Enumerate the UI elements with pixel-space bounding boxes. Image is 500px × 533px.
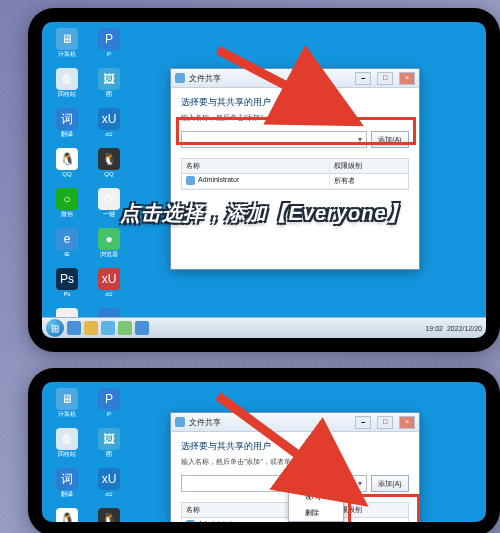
desktop-icon[interactable]: 🗑回收站 [48, 428, 86, 466]
taskbar-icon[interactable] [84, 321, 98, 335]
add-button[interactable]: 添加(A) [371, 475, 409, 492]
dialog-heading: 选择要与其共享的用户 [181, 96, 409, 109]
desktop-icon[interactable]: 🐧QQ [48, 508, 86, 522]
list-row[interactable]: Administrator 所有者 [182, 174, 408, 189]
desktop-icon[interactable]: PP [90, 28, 128, 66]
dialog-heading: 选择要与其共享的用户 [181, 440, 409, 453]
desktop-icon[interactable]: xUxU [90, 108, 128, 146]
user-list: 名称 权限级别 Administrator 所有者 [181, 158, 409, 190]
desktop-icons-2: 🖥计算机PP🗑回收站🖼图词翻译xUxU🐧QQ🐧QQ [48, 388, 134, 522]
dialog-title-text: 文件共享 [189, 417, 221, 428]
minimize-button[interactable]: ‒ [355, 416, 371, 429]
desktop-icon[interactable]: 🗑回收站 [48, 68, 86, 106]
desktop-screen: 🖥计算机PP🗑回收站🖼图词翻译xUxU🐧QQ🐧QQ○微信⟳一键eIE●浏览器Ps… [42, 22, 486, 338]
add-button[interactable]: 添加(A) [371, 131, 409, 148]
tablet-frame-bottom: 🖥计算机PP🗑回收站🖼图词翻译xUxU🐧QQ🐧QQ 文件共享 ‒ □ × 选择要… [28, 368, 500, 533]
chevron-down-icon: ▾ [358, 135, 362, 144]
chevron-down-icon: ▾ [358, 479, 362, 488]
start-button[interactable]: ⊞ [46, 319, 64, 337]
dialog-title-text: 文件共享 [189, 73, 221, 84]
desktop-icon[interactable]: 🐧QQ [90, 148, 128, 186]
desktop-icon[interactable]: ○微信 [48, 188, 86, 226]
taskbar-icon[interactable] [118, 321, 132, 335]
desktop-icon[interactable]: 🐧QQ [48, 148, 86, 186]
user-icon [186, 176, 195, 185]
taskbar-icon[interactable] [135, 321, 149, 335]
taskbar-icon[interactable] [101, 321, 115, 335]
perm-option-remove[interactable]: 删除 [289, 505, 343, 521]
system-tray[interactable]: 19:02 2022/12/20 [425, 325, 482, 332]
tray-time: 19:02 [425, 325, 443, 332]
close-button[interactable]: × [399, 72, 415, 85]
desktop-icon[interactable]: PsPs [48, 268, 86, 306]
perm-option-read[interactable]: ✓读取 [289, 473, 343, 489]
perm-option-readwrite[interactable]: 读/写 [289, 489, 343, 505]
instruction-overlay: 点击选择，添加【Everyone】 [120, 200, 407, 227]
file-sharing-dialog: 文件共享 ‒ □ × 选择要与其共享的用户 输入名称，然后单击"添加"，或者单击… [170, 68, 420, 270]
desktop-icon[interactable]: 🖼图 [90, 68, 128, 106]
dialog-titlebar[interactable]: 文件共享 ‒ □ × [171, 413, 419, 432]
desktop-icon[interactable]: 🐧QQ [90, 508, 128, 522]
dialog-subtext: 输入名称，然后单击"添加"，或者单击箭头查找用户。 [181, 113, 409, 123]
desktop-screen-2: 🖥计算机PP🗑回收站🖼图词翻译xUxU🐧QQ🐧QQ 文件共享 ‒ □ × 选择要… [42, 382, 486, 522]
desktop-icon[interactable]: xUxU [90, 268, 128, 306]
desktop-icon[interactable]: 🖥计算机 [48, 28, 86, 66]
minimize-button[interactable]: ‒ [355, 72, 371, 85]
dialog-titlebar[interactable]: 文件共享 ‒ □ × [171, 69, 419, 88]
maximize-button[interactable]: □ [377, 72, 393, 85]
share-icon [175, 73, 185, 83]
desktop-icon[interactable]: ●浏览器 [90, 228, 128, 266]
list-header: 名称 权限级别 [182, 159, 408, 174]
desktop-icon[interactable]: 词翻译 [48, 468, 86, 506]
desktop-icon[interactable]: 🖼图 [90, 428, 128, 466]
dialog-subtext: 输入名称，然后单击"添加"，或者单击箭头查找用户。 [181, 457, 409, 467]
close-button[interactable]: × [399, 416, 415, 429]
col-name: 名称 [182, 159, 330, 173]
desktop-icon[interactable]: 词翻译 [48, 108, 86, 146]
taskbar[interactable]: ⊞ 19:02 2022/12/20 [42, 317, 486, 338]
desktop-icon[interactable]: PP [90, 388, 128, 426]
desktop-icons: 🖥计算机PP🗑回收站🖼图词翻译xUxU🐧QQ🐧QQ○微信⟳一键eIE●浏览器Ps… [48, 28, 134, 338]
taskbar-icon[interactable] [67, 321, 81, 335]
maximize-button[interactable]: □ [377, 416, 393, 429]
user-combobox[interactable]: ▾ [181, 131, 367, 148]
share-icon [175, 417, 185, 427]
user-icon [186, 520, 195, 522]
desktop-icon[interactable]: 🖥计算机 [48, 388, 86, 426]
tray-date: 2022/12/20 [447, 325, 482, 332]
permission-dropdown-menu[interactable]: ✓读取 读/写 删除 [288, 472, 344, 522]
desktop-icon[interactable]: xUxU [90, 468, 128, 506]
col-perm: 权限级别 [330, 159, 408, 173]
tablet-frame-top: 🖥计算机PP🗑回收站🖼图词翻译xUxU🐧QQ🐧QQ○微信⟳一键eIE●浏览器Ps… [28, 8, 500, 352]
desktop-icon[interactable]: eIE [48, 228, 86, 266]
